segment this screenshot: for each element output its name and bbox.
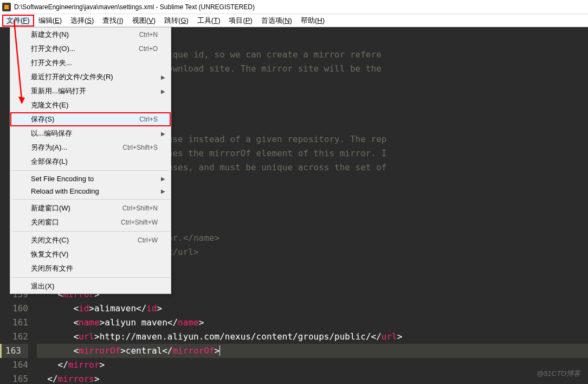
- menu-item[interactable]: 恢复文件(V): [10, 247, 171, 261]
- text-cursor: [219, 345, 220, 356]
- menubar-item-5[interactable]: 跳转(G): [160, 15, 193, 27]
- menu-shortcut: Ctrl+O: [139, 45, 158, 53]
- menu-item[interactable]: 打开文件夹...: [10, 56, 171, 70]
- menubar-item-3[interactable]: 查找(I): [98, 15, 127, 27]
- menu-item-label: 重新用...编码打开: [31, 86, 86, 96]
- menubar-item-6[interactable]: 工具(T): [193, 15, 225, 27]
- menubar-item-8[interactable]: 首选项(N): [257, 15, 296, 27]
- menu-item-label: 关闭所有文件: [31, 264, 73, 273]
- menu-shortcut: Ctrl+S: [139, 116, 158, 123]
- line-number: 160: [0, 302, 28, 316]
- menu-item-label: 全部保存(L): [31, 157, 68, 167]
- menu-item[interactable]: Set File Encoding to▶: [10, 172, 171, 185]
- menu-item[interactable]: 新建窗口(W)Ctrl+Shift+N: [10, 201, 171, 215]
- menu-item-label: 新建窗口(W): [31, 203, 70, 213]
- menu-separator: [11, 170, 170, 171]
- menu-item[interactable]: 最近打开的文件/文件夹(R)▶: [10, 70, 171, 84]
- svg-rect-0: [4, 5, 9, 9]
- menubar-item-9[interactable]: 帮助(H): [296, 15, 329, 27]
- menubar-item-4[interactable]: 视图(V): [128, 15, 160, 27]
- file-menu-dropdown[interactable]: 新建文件(N)Ctrl+N打开文件(O)...Ctrl+O打开文件夹...最近打…: [10, 27, 171, 294]
- menu-item[interactable]: 以...编码保存▶: [10, 126, 171, 140]
- menu-item[interactable]: 另存为(A)...Ctrl+Shift+S: [10, 140, 171, 155]
- submenu-arrow-icon: ▶: [161, 176, 165, 182]
- menu-item[interactable]: 新建文件(N)Ctrl+N: [10, 28, 171, 42]
- submenu-arrow-icon: ▶: [161, 74, 165, 80]
- code-line[interactable]: <id>alimaven</id>: [37, 302, 588, 316]
- menu-separator: [11, 277, 170, 278]
- titlebar-text: D:\SoftwareEngineering\java\maven\settin…: [14, 3, 255, 11]
- menu-item-label: 打开文件夹...: [31, 58, 72, 68]
- menubar-item-0[interactable]: 文件(F): [2, 15, 34, 27]
- code-line[interactable]: <mirrorOf>central</mirrorOf>: [37, 344, 588, 358]
- menu-shortcut: Ctrl+Shift+W: [121, 219, 158, 226]
- menu-item[interactable]: 全部保存(L): [10, 155, 171, 169]
- menu-item-label: Reload with Encoding: [31, 187, 99, 195]
- menu-item-label: 保存(S): [31, 114, 54, 124]
- menu-item-label: 退出(X): [31, 281, 54, 291]
- menu-item-label: 关闭窗口: [31, 217, 59, 227]
- menu-shortcut: Ctrl+Shift+S: [122, 144, 158, 151]
- menu-item-label: 最近打开的文件/文件夹(R): [31, 72, 113, 82]
- menu-item[interactable]: 关闭所有文件: [10, 261, 171, 276]
- menubar-item-7[interactable]: 项目(P): [224, 15, 256, 27]
- submenu-arrow-icon: ▶: [161, 131, 165, 137]
- line-number: 164: [0, 358, 28, 372]
- submenu-arrow-icon: ▶: [161, 88, 165, 94]
- menu-item[interactable]: 退出(X): [10, 279, 171, 293]
- code-line[interactable]: </mirror>: [37, 358, 588, 372]
- menu-item-label: 以...编码保存: [31, 129, 72, 138]
- line-number: 163: [0, 344, 28, 358]
- submenu-arrow-icon: ▶: [161, 188, 165, 194]
- code-line[interactable]: <url>http://maven.aliyun.com/nexus/conte…: [37, 330, 588, 344]
- menu-item-label: 克隆文件(E): [31, 100, 68, 110]
- menu-item-label: 关闭文件(C): [31, 235, 69, 245]
- menu-item[interactable]: 打开文件(O)...Ctrl+O: [10, 42, 171, 56]
- menu-shortcut: Ctrl+Shift+N: [122, 204, 158, 212]
- menubar-item-2[interactable]: 选择(S): [66, 15, 98, 27]
- menu-item-label: Set File Encoding to: [31, 175, 94, 183]
- line-number: 162: [0, 330, 28, 344]
- menubar: 文件(F)编辑(E)选择(S)查找(I)视图(V)跳转(G)工具(T)项目(P)…: [0, 14, 588, 27]
- code-line[interactable]: </mirrors>: [37, 372, 588, 384]
- line-number: 161: [0, 316, 28, 330]
- menu-shortcut: Ctrl+W: [138, 236, 158, 244]
- menu-item-label: 打开文件(O)...: [31, 44, 75, 54]
- app-icon: [2, 3, 11, 11]
- line-number: 165: [0, 372, 28, 384]
- watermark: @51CTO博客: [537, 369, 580, 379]
- menu-item[interactable]: 关闭窗口Ctrl+Shift+W: [10, 215, 171, 229]
- menu-shortcut: Ctrl+N: [139, 31, 158, 39]
- menu-item[interactable]: 克隆文件(E): [10, 98, 171, 112]
- menu-item[interactable]: 关闭文件(C)Ctrl+W: [10, 233, 171, 247]
- menu-item[interactable]: Reload with Encoding▶: [10, 185, 171, 197]
- menu-item[interactable]: 保存(S)Ctrl+S: [10, 112, 171, 126]
- menu-item-label: 恢复文件(V): [31, 249, 68, 259]
- titlebar: D:\SoftwareEngineering\java\maven\settin…: [0, 0, 588, 14]
- menu-item-label: 另存为(A)...: [31, 143, 67, 152]
- menu-separator: [11, 199, 170, 200]
- code-line[interactable]: <name>aliyun maven</name>: [37, 316, 588, 330]
- menu-item-label: 新建文件(N): [31, 30, 69, 40]
- menu-separator: [11, 231, 170, 232]
- menu-item[interactable]: 重新用...编码打开▶: [10, 84, 171, 98]
- menubar-item-1[interactable]: 编辑(E): [34, 15, 66, 27]
